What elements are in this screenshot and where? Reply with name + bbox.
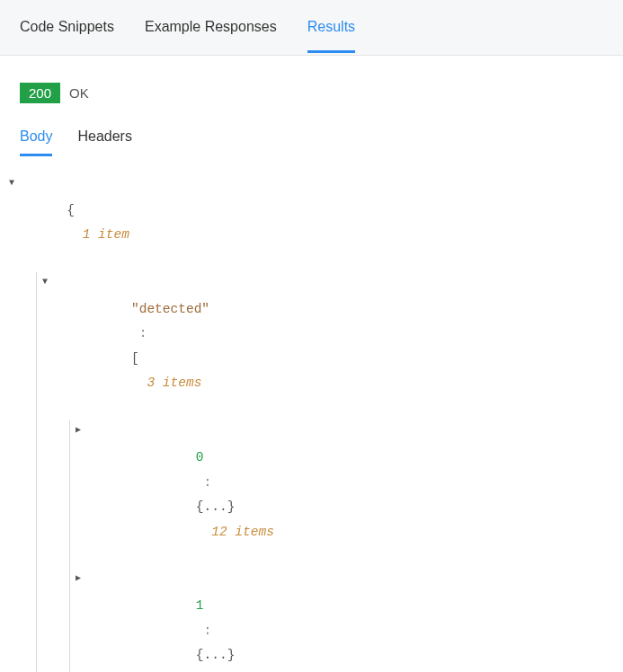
json-item-1: ▶ 1 : {...} 12 items <box>86 570 603 672</box>
detected-hint: 3 items <box>147 376 201 390</box>
tab-results[interactable]: Results <box>307 3 355 53</box>
key-detected: "detected" <box>131 302 209 316</box>
status-code-badge: 200 <box>20 83 60 103</box>
index-1: 1 <box>196 598 204 613</box>
subtab-body[interactable]: Body <box>20 119 52 156</box>
tab-example-responses[interactable]: Example Responses <box>145 3 277 53</box>
sub-tabs: Body Headers <box>0 119 623 157</box>
top-tabs: Code Snippets Example Responses Results <box>0 0 623 56</box>
subtab-headers[interactable]: Headers <box>77 119 131 156</box>
toggle-item-1[interactable]: ▶ <box>73 573 84 584</box>
json-tree: ▼ { 1 item ▼ "detected" : [ 3 items ▶ <box>0 157 623 672</box>
json-root: ▼ { 1 item ▼ "detected" : [ 3 items ▶ <box>20 173 603 672</box>
toggle-item-0[interactable]: ▶ <box>73 424 84 435</box>
json-item-0: ▶ 0 : {...} 12 items <box>86 420 603 569</box>
toggle-root[interactable]: ▼ <box>6 177 17 188</box>
json-detected: ▼ "detected" : [ 3 items ▶ 0 : {...} <box>53 272 603 672</box>
index-0: 0 <box>196 450 204 464</box>
tab-code-snippets[interactable]: Code Snippets <box>20 3 114 53</box>
brace-open: { <box>67 203 75 217</box>
item0-hint: 12 items <box>211 525 274 539</box>
toggle-detected[interactable]: ▼ <box>40 276 50 287</box>
status-text: OK <box>69 85 89 101</box>
status-row: 200 OK <box>0 56 623 114</box>
root-hint: 1 item <box>83 227 129 242</box>
